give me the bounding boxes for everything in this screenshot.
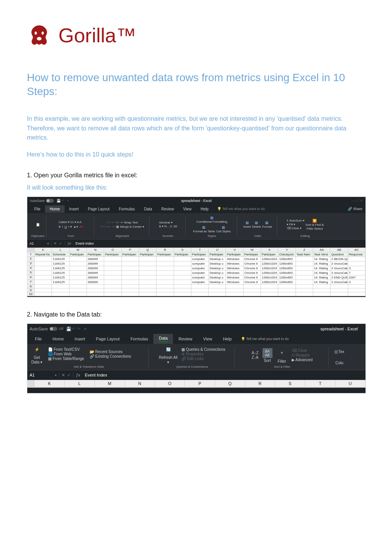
cell[interactable]	[104, 285, 121, 288]
cell[interactable]: 1280x893	[278, 266, 296, 270]
enter-fx-icon[interactable]: ✓	[59, 242, 62, 245]
cell[interactable]: Chrome 6	[244, 257, 261, 261]
cell[interactable]	[139, 275, 156, 280]
header-cell[interactable]: Question	[331, 252, 348, 257]
filter-advanced-button[interactable]: ▶ Advanced	[292, 358, 313, 362]
cell[interactable]	[226, 285, 243, 288]
cell[interactable]	[35, 285, 52, 288]
cell[interactable]	[139, 271, 156, 275]
formula-value[interactable]: Event Index	[83, 373, 107, 377]
cell[interactable]	[209, 288, 226, 292]
tab-help[interactable]: Help	[218, 335, 237, 343]
cell[interactable]: 1166125	[52, 266, 69, 270]
cell[interactable]	[52, 285, 69, 288]
cell[interactable]	[156, 288, 174, 292]
cell[interactable]: computer	[191, 271, 209, 275]
tab-insert[interactable]: Insert	[65, 205, 83, 213]
column-header[interactable]: P	[122, 248, 139, 252]
cell[interactable]	[70, 262, 87, 266]
cell[interactable]: 7	[348, 271, 365, 275]
tab-home[interactable]: Home	[45, 205, 65, 213]
cell[interactable]: Desktop o	[209, 262, 226, 266]
cell[interactable]	[87, 285, 104, 288]
cell[interactable]: 1280x1024	[261, 257, 278, 261]
cell[interactable]: 260099	[87, 271, 104, 275]
fx-icon[interactable]: ƒx	[65, 242, 73, 245]
cell[interactable]	[122, 275, 139, 280]
cell[interactable]	[313, 288, 331, 292]
fx-icon[interactable]: ƒx	[73, 373, 83, 377]
cell[interactable]	[122, 285, 139, 288]
cell[interactable]	[174, 257, 191, 261]
header-cell[interactable]: Participan	[139, 252, 156, 257]
number-format-select[interactable]: General ▾	[159, 221, 173, 224]
tell-me-input[interactable]: 💡 Tell me what you want to do	[217, 207, 265, 211]
header-cell[interactable]: Response	[348, 252, 365, 257]
cell[interactable]	[70, 280, 87, 284]
tab-review[interactable]: Review	[157, 205, 179, 213]
header-cell[interactable]: Participan	[244, 252, 261, 257]
queries-connections-button[interactable]: ▦ Queries & Connections	[181, 347, 226, 352]
cell[interactable]	[70, 257, 87, 261]
cell[interactable]	[139, 262, 156, 266]
cell[interactable]	[296, 257, 313, 261]
column-header[interactable]: AC	[348, 248, 365, 252]
column-header[interactable]: K	[35, 248, 52, 252]
cell[interactable]: 1280x893	[278, 271, 296, 275]
cell[interactable]: Windows	[226, 275, 243, 280]
row-header[interactable]: 7	[27, 280, 35, 284]
cell[interactable]	[122, 266, 139, 270]
name-box[interactable]: A1▾	[27, 242, 51, 245]
header-cell[interactable]: Participan	[70, 252, 87, 257]
header-cell[interactable]: Participan	[156, 252, 174, 257]
conditional-formatting-icon[interactable]: ▦	[210, 216, 214, 220]
cell[interactable]: 260099	[87, 275, 104, 280]
column-header[interactable]: V	[226, 248, 243, 252]
column-header[interactable]: AA	[313, 248, 331, 252]
cell[interactable]: Windows	[226, 257, 243, 261]
cell[interactable]	[139, 257, 156, 261]
tab-page-layout[interactable]: Page Layout	[91, 335, 125, 343]
cell[interactable]	[70, 288, 87, 292]
cell[interactable]	[70, 292, 87, 296]
enter-fx-icon[interactable]: ✓	[67, 373, 71, 378]
cell[interactable]	[156, 266, 174, 270]
cell[interactable]: 14. Rating	[313, 275, 331, 280]
column-header[interactable]: N	[125, 380, 155, 387]
cell[interactable]: 2 chocoCake Strongly Agre	[331, 262, 348, 266]
filter-clear-button[interactable]: ⌫ Clear	[292, 348, 307, 353]
cell[interactable]	[278, 292, 296, 296]
row-header[interactable]: 4	[27, 266, 35, 270]
column-header[interactable]: Y	[278, 248, 296, 252]
cell[interactable]	[296, 280, 313, 284]
cell[interactable]	[156, 271, 174, 275]
cell[interactable]: Desktop o	[209, 275, 226, 280]
cell[interactable]	[156, 292, 174, 296]
cell[interactable]: 1280x1024	[261, 266, 278, 270]
cell[interactable]: 14. Rating	[313, 266, 331, 270]
autosum-button[interactable]: Σ AutoSum ▾	[287, 219, 304, 222]
cell[interactable]: 1280x1024	[261, 271, 278, 275]
cell[interactable]	[174, 266, 191, 270]
column-header[interactable]: X	[261, 248, 278, 252]
column-header[interactable]: M	[70, 248, 87, 252]
insert-cells-icon[interactable]: ▦	[246, 221, 249, 225]
cell[interactable]	[226, 288, 243, 292]
tab-review[interactable]: Review	[173, 335, 198, 343]
cell[interactable]	[348, 288, 365, 292]
column-header[interactable]: R	[245, 380, 275, 387]
cell[interactable]	[296, 288, 313, 292]
cell[interactable]	[226, 292, 243, 296]
header-cell[interactable]: Participan	[174, 252, 191, 257]
cell[interactable]	[296, 285, 313, 288]
cell[interactable]	[331, 288, 348, 292]
tab-formulas[interactable]: Formulas	[114, 205, 140, 213]
cell[interactable]: computer	[191, 266, 209, 270]
cell[interactable]	[139, 292, 156, 296]
cell[interactable]	[296, 271, 313, 275]
delete-cells-icon[interactable]: ▦	[255, 221, 258, 225]
format-table-icon[interactable]: ▦	[202, 225, 206, 229]
tell-me-input[interactable]: 💡 Tell me what you want to do	[241, 337, 289, 341]
cell[interactable]	[104, 292, 121, 296]
row-header[interactable]: 2	[27, 257, 35, 261]
